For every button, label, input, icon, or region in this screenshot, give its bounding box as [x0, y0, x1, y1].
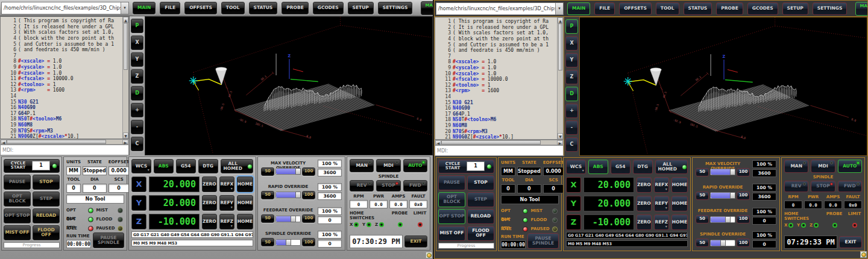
- cycle-count-spinner[interactable]: 1: [32, 161, 50, 170]
- opt-block-button[interactable]: OPT BLOCK: [4, 192, 31, 207]
- view-y-button[interactable]: Y: [131, 52, 143, 67]
- g54-button[interactable]: G54: [611, 160, 631, 174]
- rapid-override-slider[interactable]: [710, 192, 735, 199]
- opt-block-button[interactable]: OPT BLOCK: [438, 192, 465, 207]
- tab-tool[interactable]: TOOL: [221, 2, 245, 14]
- view-z-button[interactable]: Z: [565, 70, 578, 84]
- zero-x-button[interactable]: ZERO: [637, 177, 652, 193]
- zero-y-button[interactable]: ZERO: [202, 195, 217, 211]
- wcs-button[interactable]: WCS ▾: [131, 159, 151, 173]
- flood-off-button[interactable]: FLOOD OFF: [467, 226, 494, 241]
- file-path-combo[interactable]: /home/chris/linuxcnc/nc_files/examples/3…: [1, 2, 129, 14]
- abs-button[interactable]: ABS: [588, 160, 608, 174]
- tab-tool[interactable]: TOOL: [656, 2, 679, 15]
- tab-status[interactable]: STATUS: [249, 2, 278, 14]
- all-homed-button[interactable]: ALL HOMED: [655, 160, 688, 174]
- pause-spindle-button[interactable]: PAUSE SPINDLE: [527, 233, 559, 249]
- spindle-stop-button[interactable]: STOP: [811, 181, 835, 192]
- step-button[interactable]: STEP: [33, 192, 60, 207]
- gcode-horizontal-scrollbar[interactable]: ◀ ▶: [0, 139, 129, 145]
- axis-y-button[interactable]: Y: [131, 195, 146, 211]
- max-velocity-slider[interactable]: [710, 169, 735, 175]
- mdi-input[interactable]: MDI:: [0, 145, 129, 155]
- scroll-down-icon[interactable]: ▼: [123, 133, 128, 139]
- tab-gcodes[interactable]: GCODES: [747, 2, 778, 15]
- view-y-button[interactable]: Y: [565, 53, 578, 67]
- step-button[interactable]: STEP: [467, 192, 494, 207]
- view-dimensions-button[interactable]: D: [131, 86, 143, 101]
- ref-y-button[interactable]: REFY▾: [219, 195, 234, 211]
- man-mode-button[interactable]: MAN: [784, 160, 808, 173]
- gremlin-3d-preview[interactable]: 40.5-56.5102.5-92.90.090.10.0Z: [145, 16, 433, 155]
- override-max-button[interactable]: 100: [737, 239, 750, 247]
- scroll-up-icon[interactable]: ▲: [558, 17, 563, 23]
- view-z-button[interactable]: Z: [131, 69, 143, 84]
- exit-button[interactable]: EXIT: [839, 236, 862, 248]
- reload-button[interactable]: RELOAD: [467, 209, 494, 224]
- tab-offsets[interactable]: OFFSETS: [619, 2, 652, 15]
- view-dimensions-button[interactable]: D: [565, 87, 578, 101]
- machine-on-button[interactable]: MACHINE ON: [421, 1, 434, 15]
- all-homed-button[interactable]: ALL HOMED: [221, 159, 253, 173]
- zero-z-button[interactable]: ZERO: [202, 214, 217, 229]
- spindle-rev-button[interactable]: REV: [784, 181, 808, 192]
- override-min-button[interactable]: 50: [696, 192, 709, 200]
- override-max-button[interactable]: 100: [302, 191, 315, 199]
- override-min-button[interactable]: 50: [696, 215, 709, 223]
- tab-setup[interactable]: SETUP: [348, 2, 374, 14]
- g54-button[interactable]: G54: [176, 159, 196, 173]
- axis-z-button[interactable]: Z: [131, 214, 146, 229]
- mdi-mode-button[interactable]: MDI: [811, 160, 835, 173]
- wcs-button[interactable]: WCS ▾: [566, 160, 586, 174]
- override-max-button[interactable]: 100: [737, 192, 750, 200]
- mdi-input[interactable]: MDI:: [435, 145, 564, 156]
- override-min-button[interactable]: 50: [261, 167, 274, 176]
- override-max-button[interactable]: 100: [737, 215, 750, 223]
- dtg-button[interactable]: DTG: [633, 160, 653, 174]
- auto-mode-button[interactable]: AUTO: [403, 159, 427, 172]
- flood-off-button[interactable]: FLOOD OFF: [33, 225, 60, 240]
- chevron-down-icon[interactable]: ▾: [121, 2, 128, 14]
- pause-button[interactable]: PAUSE: [438, 175, 465, 190]
- cycle-count-spinner[interactable]: 1: [467, 161, 485, 171]
- tab-file[interactable]: FILE: [594, 2, 615, 15]
- axis-x-button[interactable]: X: [131, 176, 146, 192]
- home-y-button[interactable]: HOME: [237, 195, 253, 211]
- home-x-button[interactable]: HOME: [671, 177, 688, 193]
- zoom-out-button[interactable]: -: [131, 120, 143, 134]
- home-y-button[interactable]: HOME: [671, 196, 688, 211]
- mist-off-button[interactable]: MIST OFF: [4, 225, 31, 240]
- override-min-button[interactable]: 50: [261, 191, 274, 199]
- zero-z-button[interactable]: ZERO: [637, 214, 652, 230]
- abs-button[interactable]: ABS: [154, 159, 174, 173]
- tab-gcodes[interactable]: GCODES: [313, 2, 344, 14]
- ref-z-button[interactable]: REFZ▾: [219, 214, 234, 229]
- zero-y-button[interactable]: ZERO: [637, 196, 652, 211]
- spindle-fwd-button[interactable]: FWD: [838, 181, 862, 192]
- tab-offsets[interactable]: OFFSETS: [184, 2, 217, 14]
- tab-status[interactable]: STATUS: [684, 2, 712, 15]
- feedrate-override-slider[interactable]: [275, 216, 301, 222]
- ref-x-button[interactable]: REFX▾: [654, 177, 669, 193]
- tab-setup[interactable]: SETUP: [782, 2, 808, 15]
- zero-x-button[interactable]: ZERO: [202, 176, 217, 192]
- gremlin-3d-preview[interactable]: 40.5-56.5102.5-92.90.090.10.0Z: [579, 17, 867, 156]
- dtg-button[interactable]: DTG: [198, 159, 218, 173]
- scroll-down-icon[interactable]: ▼: [558, 133, 563, 139]
- gcode-horizontal-scrollbar[interactable]: ◀ ▶: [435, 140, 564, 145]
- scroll-up-icon[interactable]: ▲: [123, 17, 128, 23]
- scrollbar-thumb[interactable]: [7, 140, 106, 144]
- clear-plot-button[interactable]: C: [565, 137, 578, 152]
- view-perspective-button[interactable]: P: [131, 19, 143, 33]
- chevron-down-icon[interactable]: ▾: [555, 3, 563, 14]
- file-path-combo[interactable]: /home/chris/linuxcnc/nc_files/examples/3…: [436, 2, 564, 15]
- override-min-button[interactable]: 50: [261, 238, 274, 246]
- cycle-start-button[interactable]: CYCLE START 1: [4, 159, 60, 173]
- scrollbar-thumb[interactable]: [124, 23, 128, 70]
- override-min-button[interactable]: 50: [696, 239, 709, 247]
- scroll-right-icon[interactable]: ▶: [557, 140, 563, 145]
- resize-grip-icon[interactable]: [426, 252, 432, 258]
- scroll-left-icon[interactable]: ◀: [435, 140, 441, 145]
- tab-settings[interactable]: SETTINGS: [813, 2, 848, 15]
- feedrate-override-slider[interactable]: [710, 216, 735, 223]
